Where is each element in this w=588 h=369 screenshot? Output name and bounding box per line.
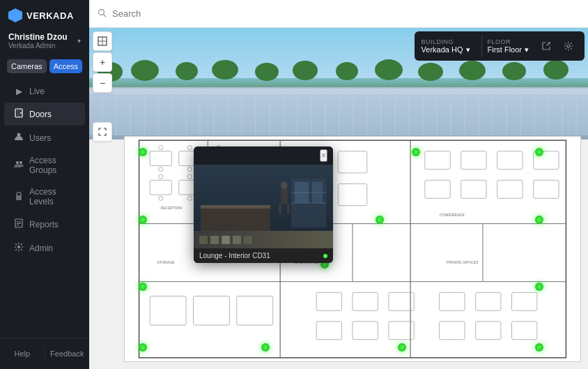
search-input[interactable] <box>112 8 580 19</box>
svg-rect-100 <box>279 204 281 213</box>
help-link[interactable]: Help <box>0 345 45 362</box>
tab-access[interactable]: Access <box>49 59 82 73</box>
tree-row <box>89 59 588 84</box>
svg-rect-28 <box>89 89 588 140</box>
live-icon: ▶ <box>14 86 24 96</box>
nav-menu: ▶ Live Doors Users <box>0 80 89 338</box>
svg-rect-109 <box>210 236 219 244</box>
svg-point-18 <box>255 63 279 81</box>
settings-button[interactable] <box>559 37 578 55</box>
nav-item-access-levels-label: Access Levels <box>29 187 75 206</box>
camera-popup-header: × <box>194 146 333 165</box>
fullscreen-button[interactable] <box>93 122 112 142</box>
nav-item-access-groups-label: Access Groups <box>29 156 75 175</box>
building-value: Verkada HQ <box>421 45 463 54</box>
zoom-in-button[interactable]: + <box>93 52 112 72</box>
svg-point-24 <box>502 62 526 80</box>
svg-text:CONFERENCE: CONFERENCE <box>440 213 465 217</box>
nav-item-live[interactable]: ▶ Live <box>4 81 85 102</box>
main-content: RECEPTION LOUNGE CONFERENCE STORAGE OPEN… <box>89 0 588 369</box>
building-select[interactable]: Verkada HQ ▾ <box>421 45 470 54</box>
floor-plan-toggle-button[interactable] <box>93 31 112 51</box>
nav-item-reports-label: Reports <box>29 220 59 229</box>
nav-item-reports[interactable]: Reports <box>4 213 85 236</box>
map-container: RECEPTION LOUNGE CONFERENCE STORAGE OPEN… <box>89 28 588 369</box>
nav-item-admin[interactable]: Admin <box>4 236 85 259</box>
svg-point-23 <box>459 61 486 80</box>
export-button[interactable] <box>537 37 555 55</box>
nav-item-users-label: Users <box>29 133 51 143</box>
floor-value: First Floor <box>488 45 523 54</box>
camera-dot[interactable] <box>535 148 543 156</box>
nav-item-doors-label: Doors <box>29 110 52 119</box>
user-name: Christine Dzou <box>8 32 68 42</box>
nav-item-doors[interactable]: Doors <box>4 103 85 126</box>
svg-rect-96 <box>201 206 270 234</box>
camera-dot[interactable] <box>139 283 147 291</box>
camera-live-indicator <box>323 254 327 258</box>
svg-rect-108 <box>199 236 208 244</box>
tab-cameras[interactable]: Cameras <box>7 59 47 73</box>
svg-point-22 <box>418 63 443 81</box>
svg-line-13 <box>104 14 107 17</box>
nav-item-users[interactable]: Users <box>4 126 85 149</box>
svg-text:PRIVATE OFFICES: PRIVATE OFFICES <box>447 260 479 264</box>
camera-dot[interactable] <box>139 148 147 156</box>
floor-label: FLOOR <box>488 38 529 45</box>
camera-dot[interactable] <box>535 216 543 224</box>
product-tabs: Cameras Access <box>0 57 89 80</box>
svg-point-98 <box>281 181 288 190</box>
svg-point-3 <box>17 133 21 137</box>
doors-icon <box>14 108 24 120</box>
floor-select[interactable]: First Floor ▾ <box>488 45 529 54</box>
camera-dot[interactable] <box>139 343 147 352</box>
feedback-label: Feedback <box>50 349 84 358</box>
svg-point-25 <box>543 60 568 80</box>
svg-rect-97 <box>201 205 270 209</box>
verkada-logo-icon <box>8 8 22 22</box>
user-profile[interactable]: Christine Dzou Verkada Admin ▾ <box>0 28 89 57</box>
zoom-in-icon: + <box>100 57 105 68</box>
floor-select-group: FLOOR First Floor ▾ <box>488 38 529 54</box>
building-label: BUILDING <box>421 38 470 45</box>
camera-counter <box>194 231 333 248</box>
selector-actions <box>537 37 578 55</box>
selector-divider <box>481 36 482 57</box>
svg-rect-99 <box>281 190 288 204</box>
svg-rect-111 <box>233 236 241 244</box>
camera-popup-label: Lounge - Interior CD31 <box>199 252 270 259</box>
floor-chevron-icon: ▾ <box>525 45 529 54</box>
svg-point-21 <box>375 59 403 80</box>
admin-icon <box>14 242 24 254</box>
camera-dot[interactable] <box>535 343 543 352</box>
building-body <box>89 87 588 140</box>
zoom-out-button[interactable]: − <box>93 73 112 93</box>
svg-rect-6 <box>16 195 22 200</box>
svg-rect-101 <box>287 204 290 213</box>
svg-point-5 <box>20 161 22 164</box>
zoom-out-icon: − <box>100 77 105 89</box>
feedback-link[interactable]: Feedback <box>45 345 90 362</box>
floor-plan[interactable]: RECEPTION LOUNGE CONFERENCE STORAGE OPEN… <box>124 136 581 362</box>
svg-rect-112 <box>244 236 252 244</box>
search-icon <box>98 8 107 20</box>
users-icon <box>14 132 24 144</box>
camera-popup: × <box>194 146 333 263</box>
building-floor-selector: BUILDING Verkada HQ ▾ FLOOR First Floor … <box>415 31 585 61</box>
app-name: VERKADA <box>26 10 74 21</box>
svg-point-94 <box>567 45 570 47</box>
nav-item-access-groups[interactable]: Access Groups <box>4 150 85 181</box>
nav-item-admin-label: Admin <box>29 243 53 253</box>
camera-dot[interactable] <box>139 216 147 224</box>
sidebar: VERKADA Christine Dzou Verkada Admin ▾ C… <box>0 0 89 369</box>
camera-dot[interactable] <box>376 216 384 224</box>
camera-dot[interactable] <box>535 283 543 291</box>
svg-rect-29 <box>89 89 588 94</box>
nav-item-access-levels[interactable]: Access Levels <box>4 181 85 212</box>
camera-dot[interactable] <box>412 148 420 156</box>
svg-point-20 <box>336 62 358 80</box>
svg-point-17 <box>212 60 238 80</box>
access-levels-icon <box>14 191 24 203</box>
camera-popup-close-button[interactable]: × <box>320 149 327 162</box>
logo-area: VERKADA <box>0 0 89 28</box>
